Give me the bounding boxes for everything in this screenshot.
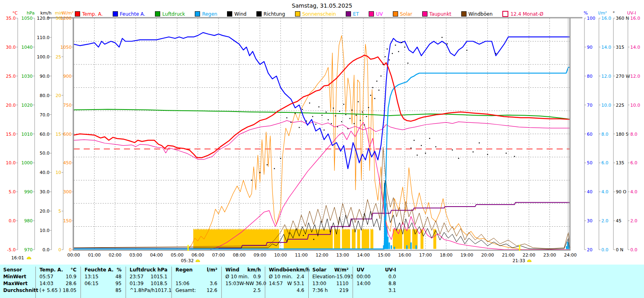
direction-dot: [306, 120, 307, 121]
direction-dot: [302, 109, 303, 110]
direction-dot: [385, 56, 386, 57]
axis-tick-label-kmh: 50.0: [40, 151, 50, 156]
direction-dot: [425, 153, 426, 153]
x-axis-label: 02:00: [109, 252, 122, 258]
axis-tick-label-temp: 20.0: [6, 103, 16, 108]
stats-temp-a-min: 05:5710.9: [39, 273, 76, 280]
direction-dot: [389, 60, 390, 60]
sunshine-block: [370, 230, 373, 249]
direction-dot: [364, 124, 365, 125]
direction-dot: [356, 115, 357, 116]
x-axis-label: 19:00: [460, 252, 473, 258]
axis-tick-label-pct: 40: [587, 189, 592, 195]
direction-dot: [337, 126, 338, 127]
stats-group-header-feuchte-a: Feuchte A.%: [85, 267, 122, 273]
weather-station-page: Samstag, 31.05.2025 Temp. A.Feuchte A.Lu…: [0, 0, 644, 298]
direction-dot: [417, 155, 417, 155]
axis-tick-label-min: 10: [56, 170, 61, 175]
axis-unit-hpa: hPa: [27, 10, 35, 16]
stats-group-header-windb-en: Windböenkm/h: [269, 267, 304, 273]
axis-tick-label-lm2: 4.0: [601, 189, 609, 195]
axis-tick-label-pct: 20: [587, 247, 592, 252]
axis-tick-label-temp: 25.0: [6, 74, 16, 79]
stats-temp-a-max: 14:0328.6: [39, 280, 76, 287]
stats-row-label-durchschnitt: Durchschnitt: [3, 287, 35, 294]
stats-row-label-minwert: MinWert: [3, 273, 35, 280]
axis-tick-label-hpa: 990: [24, 189, 33, 195]
axis-tick-label-pct: 100: [587, 16, 595, 21]
direction-dot: [479, 143, 480, 143]
rain-bar: [388, 242, 390, 249]
axis-tick-label-temp: 5.0: [9, 189, 16, 195]
axis-tick-label-hpa: 970: [24, 247, 33, 252]
direction-dot: [343, 104, 344, 105]
axis-tick-label-lm2: 0.0: [601, 247, 609, 252]
axis-tick-label-deg: 315: [616, 45, 624, 50]
axis-tick-label-deg: 90 O: [616, 189, 626, 195]
axis-tick-label-uvi: 8.0: [630, 132, 638, 137]
axis-unit-wm2: W/m²: [62, 10, 74, 16]
x-axis-label: 04:00: [150, 252, 163, 258]
axis-tick-label-hpa: 1030: [21, 74, 33, 79]
rain-bar: [394, 247, 395, 249]
axis-tick-label-kmh: 40.0: [40, 170, 50, 175]
stats-windb-en-min: Ø 10 min.2.4: [269, 273, 304, 280]
axis-tick-label-pct: 90: [587, 45, 592, 50]
stats-group-feuchte-a: Feuchte A.%13:154806:159585: [80, 267, 126, 298]
stats-header-sensor: Sensor: [3, 267, 35, 273]
axis-tick-label-deg: 360 N: [616, 16, 629, 21]
axis-tick-label-uvi: 0.0: [630, 247, 638, 252]
x-axis-label: 13:00: [336, 252, 349, 258]
x-axis-label: 07:00: [212, 252, 225, 258]
direction-dot: [326, 112, 326, 112]
axis-unit-uvi: UV-I: [627, 10, 636, 16]
stats-group-header-temp-a: Temp. A.°C: [39, 267, 76, 273]
direction-dot: [360, 120, 361, 121]
x-axis-label: 14:00: [357, 252, 370, 258]
sunshine-block: [334, 230, 340, 249]
axis-tick-label-kmh: 80.0: [40, 93, 50, 98]
weather-chart: 35.030.025.020.015.010.05.00.0-5.0°C1050…: [0, 0, 644, 265]
x-axis-label: 03:00: [129, 252, 142, 258]
axis-tick-label-hpa: 1020: [21, 103, 33, 108]
stats-group-wind: Windkm/hØ 10 min.0.915:03W-NW 36.02.5: [221, 267, 265, 298]
axis-unit-kmh: km/h: [40, 10, 52, 16]
direction-dot: [322, 115, 322, 116]
axis-tick-label-wm2: 450: [63, 160, 72, 166]
stats-wind-min: Ø 10 min.0.9: [225, 273, 261, 280]
direction-dot: [286, 117, 287, 118]
axis-tick-label-min: 20: [56, 93, 61, 98]
axis-tick-label-kmh: 60.0: [40, 132, 50, 137]
stats-feuchte-a-max: 06:1595: [85, 280, 122, 287]
stats-group-header-uv: UVUV-I: [357, 267, 396, 273]
direction-dot: [309, 103, 310, 103]
plot-top-border: [47, 17, 582, 19]
stats-group-solar: SolarW/m²Elevation-15.09313:0011107:36 h…: [308, 267, 353, 298]
axis-tick-label-hpa: 1000: [21, 160, 33, 166]
direction-dot: [466, 50, 467, 51]
axis-unit-pct: %: [584, 10, 588, 16]
axis-tick-label-lm2: 16.0: [601, 16, 611, 21]
stats-group-temp-a: Temp. A.°C05:5710.914:0328.6(+ 5.65 )18.…: [35, 267, 80, 298]
axis-tick-label-wm2: 150: [63, 218, 72, 224]
direction-dot: [318, 106, 319, 107]
axis-tick-label-lm2: 2.0: [601, 218, 609, 224]
axis-tick-label-wm2: 900: [63, 74, 72, 79]
axis-tick-label-uvi: 4.0: [630, 189, 638, 195]
stats-group-header-wind: Windkm/h: [225, 267, 261, 273]
axis-unit-deg: °: [613, 10, 615, 16]
axis-tick-label-wm2: 0: [69, 247, 72, 252]
axis-tick-label-uvi: 10.0: [630, 103, 640, 108]
direction-dot: [421, 145, 422, 146]
axis-tick-label-lm2: 12.0: [601, 74, 611, 79]
axis-tick-label-temp: 10.0: [6, 160, 16, 166]
direction-dot: [335, 116, 336, 116]
direction-dot: [458, 158, 459, 159]
axis-tick-label-lm2: 10.0: [601, 103, 611, 108]
stats-temp-a-avg: (+ 5.65 )18.05: [39, 287, 76, 294]
stats-group-header-regen: Regenl/m²: [175, 267, 217, 273]
axis-tick-label-lm2: 8.0: [601, 132, 609, 137]
direction-dot: [404, 47, 405, 48]
stats-group-luftdruck: LuftdruckhPa23:571015.101:391018.5^1.8hP…: [126, 267, 171, 298]
day-length-label: 16:01: [11, 255, 24, 261]
